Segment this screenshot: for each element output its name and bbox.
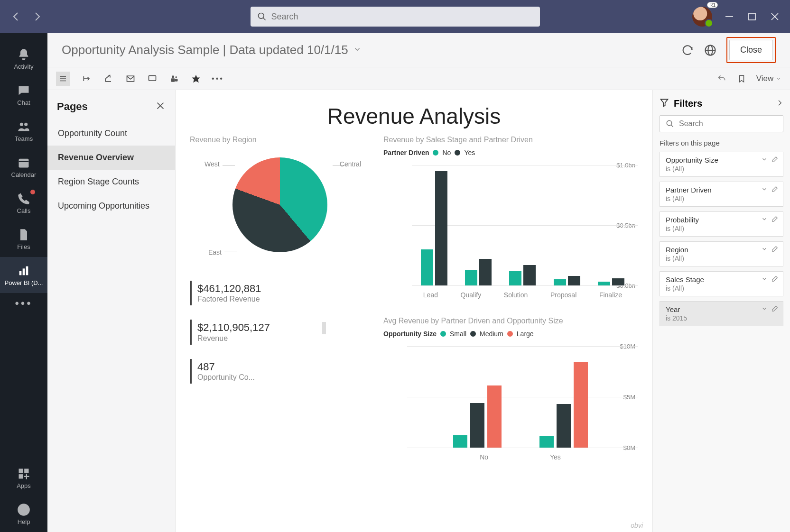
close-window-button[interactable] [769,11,781,22]
chevron-down-icon[interactable] [761,216,768,222]
expand-icon[interactable] [82,73,92,84]
eraser-icon[interactable] [771,216,778,222]
filter-card[interactable]: Probabilityis (All) [660,211,783,237]
eraser-icon[interactable] [771,275,778,282]
kpi-card[interactable]: $461,120,881Factored Revenue [190,281,370,305]
filters-subhead: Filters on this page [660,139,783,147]
pie-label-west: West [204,160,220,168]
rail-chat[interactable]: Chat [0,77,47,113]
globe-icon[interactable] [704,44,717,57]
filter-search[interactable] [660,115,783,132]
page-item[interactable]: Upcoming Opportunities [47,194,175,218]
watermark: obvi [631,522,643,529]
rail-label: Power BI (D... [5,279,43,286]
svg-point-6 [20,122,23,126]
share-icon[interactable] [103,73,114,84]
global-search[interactable] [251,7,540,27]
rail-calls[interactable]: Calls [0,185,47,221]
eraser-icon[interactable] [771,186,778,193]
chevron-down-icon[interactable] [353,45,362,55]
chevron-down-icon[interactable] [761,275,768,282]
rail-powerbi[interactable]: Power BI (D... [0,257,47,293]
svg-point-31 [172,75,174,78]
svg-rect-3 [749,13,755,20]
kpi-label: Revenue [197,334,364,343]
avatar[interactable]: R1 [692,7,712,27]
bookmark-icon[interactable] [736,73,747,84]
svg-point-32 [176,76,177,78]
minimize-button[interactable] [724,11,735,22]
page-item[interactable]: Revenue Overview [47,146,175,170]
filters-heading: Filters [674,98,702,109]
layout-icon[interactable] [56,72,70,86]
svg-marker-35 [192,74,200,83]
svg-rect-15 [19,474,23,478]
filter-card[interactable]: Sales Stageis (All) [660,271,783,296]
svg-rect-12 [26,266,28,275]
rail-label: Teams [15,135,33,142]
kpi-label: Factored Revenue [197,295,364,303]
undo-icon[interactable] [716,73,727,84]
rail-label: Files [17,243,30,250]
pie-label-central: Central [340,160,361,168]
svg-rect-10 [19,271,22,275]
kpi-value: 487 [197,361,364,373]
rail-apps[interactable]: Apps [0,460,47,496]
svg-point-0 [258,13,264,19]
eraser-icon[interactable] [771,246,778,252]
eraser-icon[interactable] [771,305,778,312]
view-dropdown[interactable]: View [756,74,781,83]
page-item[interactable]: Region Stage Counts [47,170,175,194]
svg-marker-38 [661,99,668,106]
chart-revenue-by-stage[interactable]: Revenue by Sales Stage and Partner Drive… [383,136,638,465]
titlebar: R1 [0,0,790,33]
filter-value: is 2015 [666,314,777,322]
rail-help[interactable]: Help [0,496,47,532]
close-icon[interactable] [155,101,166,113]
comment-icon[interactable] [147,73,158,84]
kpi-card[interactable]: $2,110,905,127Revenue [190,320,370,345]
rail-teams[interactable]: Teams [0,113,47,149]
rail-more[interactable]: ••• [15,297,32,310]
filter-card[interactable]: Opportunity Sizeis (All) [660,152,783,177]
filter-card[interactable]: Regionis (All) [660,241,783,266]
filter-value: is (All) [666,225,777,232]
filter-card[interactable]: Yearis 2015 [660,301,783,326]
teams-icon[interactable] [169,73,179,84]
chevron-right-icon[interactable] [776,98,783,109]
page-item[interactable]: Opportunity Count [47,121,175,146]
filters-panel: Filters Filters on this page Opportunity… [652,90,790,532]
chevron-down-icon[interactable] [761,305,768,312]
rail-calendar[interactable]: Calendar [0,149,47,185]
chevron-down-icon[interactable] [761,246,768,252]
close-button[interactable]: Close [729,40,773,60]
chevron-down-icon[interactable] [761,156,768,163]
kpi-value: $2,110,905,127 [197,321,364,334]
star-icon[interactable] [191,73,201,84]
search-input[interactable] [271,12,533,22]
forward-button[interactable] [31,11,43,22]
svg-rect-14 [24,468,28,473]
kpi-card[interactable]: 487Opportunity Co... [190,359,370,384]
more-icon[interactable]: ••• [213,73,223,84]
rail-activity[interactable]: Activity [0,41,47,77]
eraser-icon[interactable] [771,156,778,163]
filter-value: is (All) [666,284,777,292]
pages-heading: Pages [57,101,88,113]
filter-card[interactable]: Partner Drivenis (All) [660,182,783,207]
filter-search-input[interactable] [679,119,777,128]
report-toolbar: ••• View [47,67,790,90]
refresh-icon[interactable] [681,44,694,57]
app-rail: Activity Chat Teams Calendar Calls Files… [0,33,47,532]
chart-revenue-by-region[interactable]: Revenue by Region Central East West $461… [190,136,370,465]
back-button[interactable] [10,11,22,22]
chevron-down-icon[interactable] [761,186,768,193]
mail-icon[interactable] [125,73,136,84]
maximize-button[interactable] [746,11,758,22]
svg-rect-27 [149,75,156,81]
rail-files[interactable]: Files [0,221,47,257]
rail-label: Calendar [11,171,37,178]
svg-rect-8 [19,158,29,167]
chart-title: Avg Revenue by Partner Driven and Opport… [383,317,638,325]
filter-value: is (All) [666,165,777,173]
